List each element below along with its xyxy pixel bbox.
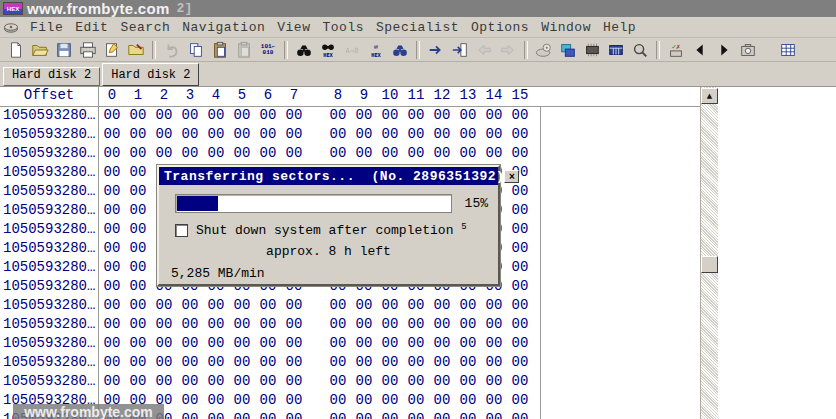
byte-cell[interactable]: 00 [125, 183, 151, 202]
byte-cell[interactable]: 00 [325, 126, 351, 145]
byte-cell[interactable]: 00 [507, 392, 533, 411]
byte-cell[interactable]: 00 [429, 316, 455, 335]
byte-cell[interactable]: 00 [99, 126, 125, 145]
byte-cell[interactable]: 00 [351, 126, 377, 145]
byte-cell[interactable]: 00 [429, 107, 455, 126]
byte-cell[interactable]: 00 [429, 297, 455, 316]
byte-cell[interactable]: 00 [377, 316, 403, 335]
byte-cell[interactable]: 00 [99, 107, 125, 126]
next-icon[interactable] [712, 40, 736, 60]
byte-cell[interactable]: 00 [177, 335, 203, 354]
byte-cell[interactable]: 00 [281, 107, 307, 126]
menu-file[interactable]: File [24, 20, 69, 35]
byte-cell[interactable]: 00 [281, 316, 307, 335]
byte-cell[interactable]: 00 [507, 183, 533, 202]
byte-cell[interactable]: 00 [255, 316, 281, 335]
byte-cell[interactable]: 00 [229, 126, 255, 145]
byte-cell[interactable]: 00 [281, 392, 307, 411]
byte-cell[interactable]: 00 [351, 392, 377, 411]
byte-cell[interactable]: 00 [255, 411, 281, 419]
byte-cell[interactable]: 00 [429, 145, 455, 164]
open-file-icon[interactable] [28, 40, 52, 60]
byte-cell[interactable]: 00 [507, 259, 533, 278]
byte-cell[interactable]: 00 [507, 316, 533, 335]
byte-cell[interactable]: 00 [229, 107, 255, 126]
byte-cell[interactable]: 00 [377, 335, 403, 354]
byte-cell[interactable]: 00 [203, 316, 229, 335]
byte-cell[interactable]: 00 [229, 316, 255, 335]
byte-cell[interactable]: 00 [507, 297, 533, 316]
byte-cell[interactable]: 00 [455, 297, 481, 316]
byte-cell[interactable]: 00 [325, 316, 351, 335]
byte-cell[interactable]: 00 [377, 107, 403, 126]
byte-cell[interactable]: 00 [125, 316, 151, 335]
byte-cell[interactable]: 00 [455, 145, 481, 164]
byte-cell[interactable]: 00 [99, 202, 125, 221]
byte-cell[interactable]: 00 [203, 126, 229, 145]
byte-cell[interactable]: 00 [125, 373, 151, 392]
byte-cell[interactable]: 00 [325, 392, 351, 411]
byte-cell[interactable]: 00 [151, 373, 177, 392]
byte-cell[interactable]: 00 [125, 240, 151, 259]
byte-cell[interactable]: 00 [403, 297, 429, 316]
byte-cell[interactable]: 00 [507, 354, 533, 373]
drive-letters-icon[interactable] [556, 40, 580, 60]
byte-cell[interactable]: 00 [507, 411, 533, 419]
byte-cell[interactable]: 00 [99, 164, 125, 183]
menu-help[interactable]: Help [597, 20, 642, 35]
byte-cell[interactable]: 00 [281, 354, 307, 373]
new-file-icon[interactable] [4, 40, 28, 60]
byte-cell[interactable]: 00 [151, 316, 177, 335]
byte-cell[interactable]: 00 [507, 126, 533, 145]
byte-cell[interactable]: 00 [403, 373, 429, 392]
byte-cell[interactable]: 00 [177, 145, 203, 164]
byte-cell[interactable]: 00 [403, 126, 429, 145]
disk-window-icon[interactable] [3, 19, 20, 35]
byte-cell[interactable]: 00 [377, 373, 403, 392]
byte-cell[interactable]: 00 [177, 354, 203, 373]
byte-cell[interactable]: 00 [403, 107, 429, 126]
byte-cell[interactable]: 00 [455, 354, 481, 373]
byte-cell[interactable]: 00 [351, 316, 377, 335]
byte-cell[interactable]: 00 [229, 335, 255, 354]
byte-cell[interactable]: 00 [429, 411, 455, 419]
byte-cell[interactable]: 00 [229, 297, 255, 316]
replace-hex-icon[interactable]: ⇄HEX [364, 40, 388, 60]
byte-cell[interactable]: 00 [99, 316, 125, 335]
byte-cell[interactable]: 00 [229, 411, 255, 419]
data-interpreter-icon[interactable] [776, 40, 800, 60]
byte-cell[interactable]: 00 [177, 126, 203, 145]
byte-cell[interactable]: 00 [125, 221, 151, 240]
byte-cell[interactable]: 00 [351, 107, 377, 126]
find-text-icon[interactable] [292, 40, 316, 60]
byte-cell[interactable]: 00 [255, 145, 281, 164]
byte-cell[interactable]: 00 [229, 373, 255, 392]
byte-cell[interactable]: 00 [281, 126, 307, 145]
byte-cell[interactable]: 00 [481, 392, 507, 411]
byte-cell[interactable]: 00 [125, 145, 151, 164]
byte-cell[interactable]: 00 [351, 335, 377, 354]
byte-cell[interactable]: 00 [481, 411, 507, 419]
byte-cell[interactable]: 00 [281, 411, 307, 419]
magnifier-icon[interactable] [628, 40, 652, 60]
tab-1-hard-disk-2[interactable]: Hard disk 2 [3, 67, 100, 86]
byte-cell[interactable]: 00 [351, 411, 377, 419]
byte-cell[interactable]: 00 [203, 392, 229, 411]
byte-cell[interactable]: 00 [151, 297, 177, 316]
menu-tools[interactable]: Tools [316, 20, 370, 35]
byte-cell[interactable]: 00 [177, 373, 203, 392]
byte-cell[interactable]: 00 [481, 354, 507, 373]
open-disk-icon[interactable] [532, 40, 556, 60]
byte-cell[interactable]: 00 [455, 316, 481, 335]
byte-cell[interactable]: 00 [507, 221, 533, 240]
byte-cell[interactable]: 00 [151, 145, 177, 164]
byte-cell[interactable]: 00 [255, 297, 281, 316]
menu-edit[interactable]: Edit [69, 20, 114, 35]
screenshot-icon[interactable] [736, 40, 760, 60]
byte-cell[interactable]: 00 [151, 354, 177, 373]
byte-cell[interactable]: 00 [429, 392, 455, 411]
calculator-icon[interactable] [604, 40, 628, 60]
byte-cell[interactable]: 00 [377, 354, 403, 373]
byte-cell[interactable]: 00 [255, 392, 281, 411]
menu-search[interactable]: Search [114, 20, 176, 35]
